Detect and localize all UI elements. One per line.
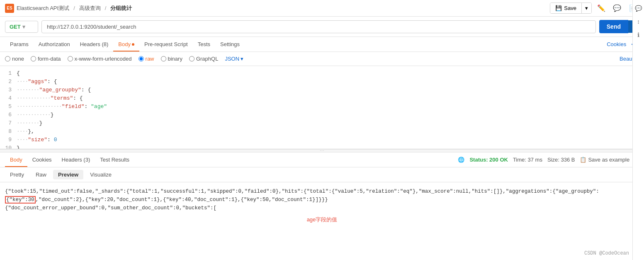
response-line2: {"doc_count_error_upper_bound":0,"sum_ot… <box>5 204 639 212</box>
response-tab-body[interactable]: Body <box>5 153 27 167</box>
tab-params[interactable]: Params <box>5 38 34 52</box>
watermark: CSDN @CodeOcean <box>584 250 629 258</box>
response-tabs: Body Cookies Headers (3) Test Results 🌐 … <box>0 152 644 167</box>
response-tab-cookies[interactable]: Cookies <box>27 153 57 167</box>
response-body: {"took":15,"timed_out":false,"_shards":{… <box>0 182 644 260</box>
tab-pre-request[interactable]: Pre-request Script <box>139 38 193 52</box>
edit-button[interactable]: ✏️ <box>595 2 608 14</box>
highlighted-value: {"key":30 <box>5 196 36 204</box>
info-icon[interactable]: ℹ <box>636 30 641 40</box>
code-line: 3 ········"age_groupby": { <box>0 86 644 94</box>
code-line: 10 } <box>0 144 644 149</box>
resize-handle[interactable]: ⋯ <box>0 149 644 152</box>
response-meta: 🌐 Status: 200 OK Time: 37 ms Size: 336 B… <box>458 157 639 163</box>
annotation: age字段的值 <box>5 216 639 224</box>
option-urlencoded[interactable]: x-www-form-urlencoded <box>68 56 132 62</box>
method-chevron-icon: ▾ <box>22 24 25 30</box>
format-chevron-icon: ▾ <box>241 56 243 62</box>
tab-settings[interactable]: Settings <box>215 38 245 52</box>
code-line: 4 ············"terms": { <box>0 94 644 103</box>
toolbar: 💾 Save ▾ ✏️ 💬 📄 <box>550 2 639 14</box>
breadcrumb-item-2[interactable]: 高级查询 <box>79 5 101 12</box>
view-tab-visualize[interactable]: Visualize <box>85 170 117 179</box>
breadcrumb: ES Elasticsearch API测试 / 高级查询 / 分组统计 <box>5 4 132 13</box>
code-line: 1 { <box>0 69 644 78</box>
globe-icon: 🌐 <box>458 157 464 163</box>
tab-headers[interactable]: Headers (8) <box>75 38 114 52</box>
chat-icon[interactable]: 💬 <box>633 3 644 13</box>
method-label: GET <box>10 24 21 30</box>
resize-icon[interactable]: ↕ <box>635 17 642 27</box>
response-area: Body Cookies Headers (3) Test Results 🌐 … <box>0 152 644 260</box>
option-raw[interactable]: raw <box>139 56 154 62</box>
size-label: Size: 336 B <box>547 157 575 163</box>
method-select[interactable]: GET ▾ <box>5 21 38 33</box>
cookies-link[interactable]: Cookies <box>607 41 626 47</box>
send-main[interactable]: Send <box>599 20 628 33</box>
code-line: 2 ····"aggs": { <box>0 78 644 86</box>
save-button[interactable]: 💾 Save <box>550 3 581 13</box>
tab-body[interactable]: Body <box>113 38 139 52</box>
save-icon: 💾 <box>555 5 562 11</box>
top-bar: ES Elasticsearch API测试 / 高级查询 / 分组统计 💾 S… <box>0 0 644 17</box>
url-bar: GET ▾ Send ▾ <box>0 17 644 37</box>
save-btn-group[interactable]: 💾 Save ▾ <box>550 2 592 14</box>
save-example-button[interactable]: 📋 Save as example <box>580 157 629 163</box>
code-line: 7 ········} <box>0 119 644 128</box>
status-label: Status: 200 OK <box>469 157 508 163</box>
view-tabs: Pretty Raw Preview Visualize <box>0 167 644 182</box>
save-example-icon: 📋 <box>580 157 586 163</box>
option-none[interactable]: none <box>5 56 24 62</box>
response-tab-test-results[interactable]: Test Results <box>95 153 134 167</box>
breadcrumb-item-1[interactable]: Elasticsearch API测试 <box>17 5 69 12</box>
option-graphql[interactable]: GraphQL <box>189 56 218 62</box>
view-tab-raw[interactable]: Raw <box>31 170 51 179</box>
tab-authorization[interactable]: Authorization <box>34 38 75 52</box>
option-binary[interactable]: binary <box>161 56 182 62</box>
save-dropdown-button[interactable]: ▾ <box>581 3 591 13</box>
right-sidebar: 💬 ↕ ℹ <box>632 0 644 260</box>
format-select[interactable]: JSON ▾ <box>225 56 243 62</box>
code-line: 9 ····"size": 0 <box>0 136 644 144</box>
time-label: Time: 37 ms <box>513 157 542 163</box>
tab-tests[interactable]: Tests <box>193 38 215 52</box>
breadcrumb-current: 分组统计 <box>110 5 132 12</box>
app-logo: ES <box>5 4 14 13</box>
code-line: 8 ····}, <box>0 128 644 136</box>
code-line: 6 ············} <box>0 111 644 119</box>
view-tab-pretty[interactable]: Pretty <box>5 170 29 179</box>
code-editor[interactable]: 1 { 2 ····"aggs": { 3 ········"age_group… <box>0 66 644 149</box>
code-line: 5 ················"field": "age" <box>0 103 644 111</box>
url-input[interactable] <box>41 20 596 33</box>
response-text: {"took":15,"timed_out":false,"_shards":{… <box>5 187 639 204</box>
response-tab-headers[interactable]: Headers (3) <box>57 153 95 167</box>
body-options: none form-data x-www-form-urlencoded raw… <box>0 52 644 66</box>
option-form-data[interactable]: form-data <box>31 56 61 62</box>
request-tabs: Params Authorization Headers (8) Body Pr… <box>0 37 644 52</box>
comment-button[interactable]: 💬 <box>611 2 623 14</box>
view-tab-preview[interactable]: Preview <box>53 170 83 179</box>
